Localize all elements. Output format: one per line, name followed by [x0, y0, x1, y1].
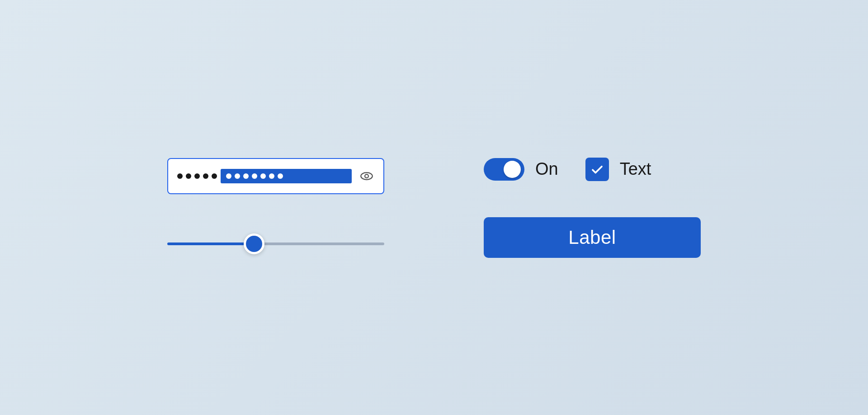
svg-point-1 — [365, 174, 368, 178]
dot-sel-7 — [278, 173, 283, 179]
checkbox-group: Text — [585, 158, 651, 181]
password-selected-block — [221, 169, 352, 183]
label-button[interactable]: Label — [484, 217, 701, 258]
dot-sel-5 — [260, 173, 266, 179]
password-unselected-dots — [177, 173, 220, 179]
password-visibility-toggle[interactable] — [352, 168, 374, 184]
checkbox-label: Text — [620, 159, 651, 179]
dot-sel-3 — [243, 173, 249, 179]
svg-point-0 — [361, 173, 373, 180]
toggle-label: On — [535, 159, 558, 179]
left-column — [167, 158, 384, 257]
dot-4 — [203, 173, 208, 179]
toggle-switch[interactable] — [484, 158, 524, 181]
password-input-wrapper[interactable] — [167, 158, 384, 194]
toggle-checkbox-row: On Text — [484, 158, 651, 181]
dot-5 — [212, 173, 217, 179]
slider-track — [167, 242, 384, 245]
checkbox-box[interactable] — [585, 158, 609, 181]
eye-icon — [359, 168, 374, 184]
slider-wrapper[interactable] — [167, 230, 384, 257]
dot-sel-1 — [226, 173, 231, 179]
slider-thumb[interactable] — [244, 233, 264, 254]
toggle-knob — [504, 161, 521, 178]
dot-sel-4 — [252, 173, 257, 179]
dot-sel-6 — [269, 173, 274, 179]
dot-sel-2 — [235, 173, 240, 179]
checkmark-icon — [590, 163, 604, 176]
dot-2 — [186, 173, 191, 179]
right-column: On Text Label — [484, 158, 701, 258]
dot-3 — [194, 173, 200, 179]
main-container: On Text Label — [167, 158, 701, 258]
dot-1 — [177, 173, 183, 179]
toggle-group: On — [484, 158, 558, 181]
